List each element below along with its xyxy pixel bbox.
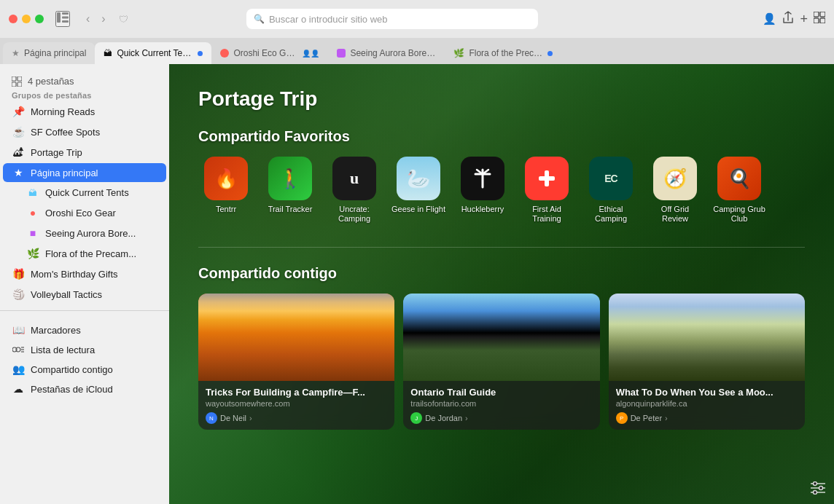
tab-flora[interactable]: 🌿 Flora of the Precambi...	[445, 42, 561, 64]
sidebar-bookmarks-label: Marcadores	[31, 325, 81, 336]
fav-ethical-camping-label: Ethical Camping	[583, 205, 639, 224]
trail-card-image	[403, 294, 599, 381]
fav-camping-grub-label: Camping Grub Club	[712, 205, 767, 224]
close-button[interactable]	[9, 15, 17, 23]
new-tab-button[interactable]: +	[800, 12, 808, 27]
fav-geese-label: Geese in Flight	[391, 205, 445, 214]
fav-geese-icon: 🦢	[397, 157, 440, 200]
campfire-card-url: wayoutsomewhere.com	[206, 399, 387, 408]
fav-off-grid-icon: 🧭	[653, 157, 697, 200]
fav-off-grid-label: Off Grid Review	[647, 205, 703, 224]
tab-home[interactable]: ★ Página principal	[3, 42, 95, 64]
home-tab-icon: ★	[12, 48, 20, 58]
fullscreen-button[interactable]	[35, 15, 44, 23]
filter-button[interactable]	[811, 481, 825, 498]
sidebar-oroshi-label: Oroshi Eco Gear	[45, 208, 116, 218]
sidebar-item-morning-reads[interactable]: 📌 Morning Reads	[3, 102, 166, 121]
fav-trail-tracker-label: Trail Tracker	[268, 205, 313, 214]
moose-card-image	[609, 294, 805, 381]
fav-first-aid[interactable]: First Aid Training	[519, 157, 574, 224]
sidebar-flora-label: Flora of the Precam...	[45, 248, 136, 259]
fav-uncrate[interactable]: u Uncrate: Camping	[327, 157, 382, 224]
svg-point-24	[814, 491, 817, 495]
fav-camping-grub[interactable]: 🍳 Camping Grub Club	[712, 157, 767, 224]
sidebar-item-oroshi[interactable]: ● Oroshi Eco Gear	[3, 203, 166, 222]
bookmark-icon: 📖	[12, 324, 25, 336]
moose-from-label: De Peter	[631, 414, 662, 422]
sidebar-flora-icon: 🌿	[26, 248, 39, 259]
back-button[interactable]: ‹	[82, 11, 94, 27]
shared-card-trail[interactable]: Ontario Trail Guide trailsofontario.com …	[403, 294, 599, 430]
tab-quick-dot	[198, 51, 203, 56]
svg-rect-0	[57, 12, 61, 23]
sidebar-item-reading-list[interactable]: Lista de lectura	[3, 340, 166, 359]
fav-trail-tracker-icon: 🚶	[268, 157, 312, 200]
sidebar-item-icloud[interactable]: ☁ Pestañas de iCloud	[3, 379, 166, 398]
tabs-bar: ★ Página principal 🏔 Quick Current Tents…	[0, 38, 834, 64]
sidebar-toggle-button[interactable]	[55, 11, 70, 27]
fav-off-grid[interactable]: 🧭 Off Grid Review	[647, 157, 703, 224]
fav-trail-tracker[interactable]: 🚶 Trail Tracker	[262, 157, 318, 224]
toolbar-right: 👤 +	[763, 11, 825, 27]
sidebar-groups-label: Grupos de pestañas	[0, 88, 169, 101]
favorites-section-title: Compartido Favoritos	[198, 128, 805, 145]
fav-tentrr-icon: 🔥	[204, 157, 248, 200]
campfire-chevron: ›	[249, 414, 252, 422]
share-button[interactable]	[782, 11, 794, 27]
reading-list-icon	[12, 344, 25, 355]
sidebar-quick-label: Quick Current Tents	[45, 187, 129, 198]
sidebar-birthday-icon: 🎁	[12, 268, 25, 280]
tab-oroshi-avatar: 👤👤	[302, 50, 319, 58]
search-bar[interactable]: 🔍 Buscar o introducir sitio web	[246, 9, 538, 29]
section-divider	[198, 247, 805, 248]
forward-button[interactable]: ›	[97, 11, 109, 27]
tab-oroshi[interactable]: Oroshi Eco Gear 👤👤	[211, 42, 328, 64]
sidebar-reading-label: Lista de lectura	[31, 344, 95, 355]
shield-icon: 🛡	[119, 14, 128, 25]
svg-rect-4	[814, 12, 819, 17]
fav-huckleberry[interactable]: Huckleberry	[455, 157, 510, 224]
shared-card-moose[interactable]: What To Do When You See a Moo... algonqu…	[609, 294, 805, 430]
tab-quick-current-tents[interactable]: 🏔 Quick Current Tents	[95, 42, 211, 64]
sidebar-item-volleyball[interactable]: 🏐 Volleyball Tactics	[3, 285, 166, 304]
svg-rect-9	[17, 76, 22, 81]
tab-aurora[interactable]: Seeing Aurora Boreali...	[328, 42, 445, 64]
sidebar-item-quick-current[interactable]: 🏔 Quick Current Tents	[3, 184, 166, 202]
page-title: Portage Trip	[198, 87, 805, 111]
profile-button[interactable]: 👤	[763, 12, 776, 25]
sidebar-item-pagina-principal[interactable]: ★ Página principal	[3, 163, 166, 182]
campfire-card-title: Tricks For Building a Campfire—F...	[206, 387, 387, 398]
trail-card-body: Ontario Trail Guide trailsofontario.com …	[403, 381, 599, 430]
trail-card-title: Ontario Trail Guide	[410, 387, 592, 398]
minimize-button[interactable]	[22, 15, 31, 23]
svg-point-22	[814, 482, 817, 486]
svg-rect-1	[62, 12, 69, 15]
sidebar-item-bookmarks[interactable]: 📖 Marcadores	[3, 320, 166, 339]
sidebar-item-sf-coffee[interactable]: ☕ SF Coffee Spots	[3, 122, 166, 141]
sidebar-item-moms-birthday[interactable]: 🎁 Mom's Birthday Gifts	[3, 264, 166, 283]
sidebar-item-aurora[interactable]: ■ Seeing Aurora Bore...	[3, 224, 166, 243]
moose-card-from: P De Peter ›	[616, 412, 798, 424]
sidebar-portage-label: Portage Trip	[31, 147, 82, 158]
sidebar-item-portage-trip[interactable]: 🏕 Portage Trip	[3, 143, 166, 162]
tab-quick-label: Quick Current Tents	[117, 48, 193, 58]
fav-geese[interactable]: 🦢 Geese in Flight	[391, 157, 446, 224]
shared-card-campfire[interactable]: Tricks For Building a Campfire—F... wayo…	[198, 294, 394, 430]
svg-rect-2	[62, 17, 69, 19]
sidebar-oroshi-icon: ●	[26, 207, 39, 218]
sidebar-sf-coffee-icon: ☕	[12, 126, 25, 138]
tabs-overview-button[interactable]	[814, 12, 825, 26]
sidebar-portage-icon: 🏕	[12, 146, 25, 158]
tab-flora-icon: 🌿	[453, 48, 464, 58]
fav-first-aid-label: First Aid Training	[519, 205, 574, 224]
fav-huckleberry-icon	[461, 157, 504, 200]
sidebar-item-shared[interactable]: 👥 Compartido contigo	[3, 360, 166, 379]
fav-uncrate-icon: u	[332, 157, 376, 200]
sidebar-bottom: 📖 Marcadores Lista de lectura 👥 Comparti…	[0, 310, 169, 399]
tab-home-label: Página principal	[24, 48, 86, 58]
fav-ethical-camping[interactable]: EC Ethical Camping	[583, 157, 639, 224]
sidebar-morning-reads-label: Morning Reads	[31, 106, 95, 117]
content-area: Portage Trip Compartido Favoritos 🔥 Tent…	[169, 64, 834, 504]
sidebar-item-flora[interactable]: 🌿 Flora of the Precam...	[3, 244, 166, 263]
fav-tentrr[interactable]: 🔥 Tentrr	[198, 157, 254, 224]
